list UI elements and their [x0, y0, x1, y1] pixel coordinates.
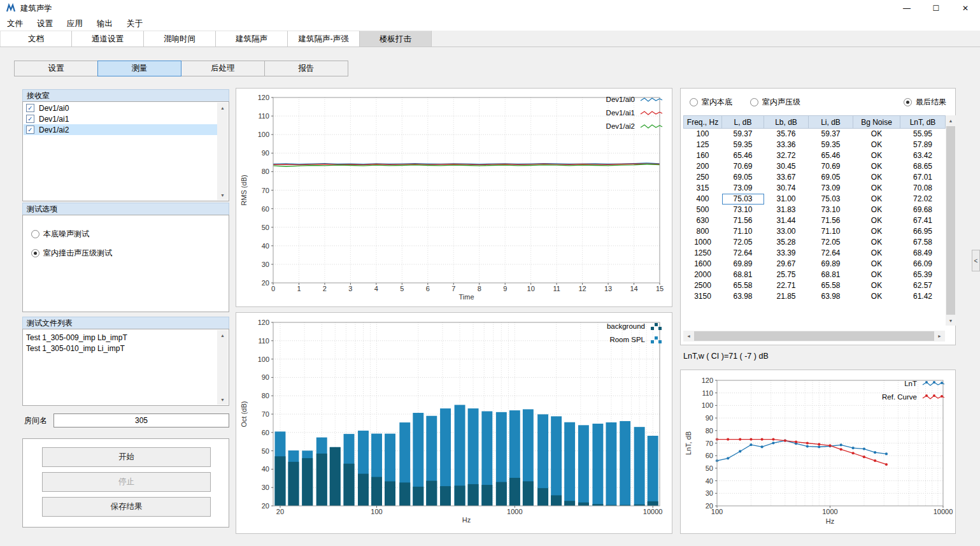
table-row[interactable]: 25069.0533.6769.05OK67.01: [684, 172, 946, 183]
table-cell[interactable]: 55.95: [900, 129, 946, 140]
radio-option[interactable]: 最后结果: [904, 97, 946, 108]
table-cell[interactable]: 57.89: [900, 140, 946, 150]
table-cell[interactable]: 2000: [684, 269, 722, 280]
table-cell[interactable]: 75.03: [809, 194, 853, 205]
column-header[interactable]: Lb, dB: [764, 116, 809, 129]
table-cell[interactable]: 35.28: [764, 237, 809, 248]
table-cell[interactable]: 72.05: [809, 237, 853, 248]
table-cell[interactable]: 500: [684, 205, 722, 215]
tab-3[interactable]: 建筑隔声: [216, 31, 288, 47]
table-cell[interactable]: 30.74: [764, 183, 809, 194]
table-cell[interactable]: 72.02: [900, 194, 946, 205]
scroll-down-icon[interactable]: ▼: [217, 190, 228, 200]
scroll-left-icon[interactable]: ◄: [683, 331, 694, 341]
table-row[interactable]: 12559.3533.3659.35OK57.89: [684, 140, 946, 150]
table-cell[interactable]: OK: [853, 237, 900, 248]
table-cell[interactable]: 630: [684, 215, 722, 226]
table-row[interactable]: 63071.5631.4471.56OK67.41: [684, 215, 946, 226]
table-cell[interactable]: 75.03: [722, 194, 764, 205]
table-cell[interactable]: 65.58: [809, 280, 853, 291]
table-cell[interactable]: 73.10: [809, 205, 853, 215]
radio-option[interactable]: 室内声压级: [750, 97, 800, 108]
receiver-room-scrollbar[interactable]: ▲ ▼: [217, 103, 228, 200]
table-row[interactable]: 20070.6930.4570.69OK68.65: [684, 161, 946, 172]
close-button[interactable]: ✕: [951, 0, 980, 17]
table-row[interactable]: 315063.9821.8563.98OK61.42: [684, 291, 946, 302]
table-cell[interactable]: 35.76: [764, 129, 809, 140]
scroll-down-icon[interactable]: ▼: [217, 394, 228, 405]
tab-2[interactable]: 混响时间: [144, 31, 216, 47]
scroll-up-icon[interactable]: ▲: [217, 330, 228, 340]
table-cell[interactable]: 3150: [684, 291, 722, 302]
table-cell[interactable]: 69.68: [900, 205, 946, 215]
table-cell[interactable]: 73.10: [722, 205, 764, 215]
column-header[interactable]: Freq., Hz: [684, 116, 722, 129]
menu-item-0[interactable]: 文件: [0, 17, 30, 31]
channel-item[interactable]: ✓Dev1/ai1: [24, 113, 217, 124]
table-hscrollbar[interactable]: ◄ ►: [683, 331, 945, 341]
table-cell[interactable]: OK: [853, 280, 900, 291]
table-cell[interactable]: OK: [853, 259, 900, 269]
table-row[interactable]: 50073.1031.8373.10OK69.68: [684, 205, 946, 215]
table-cell[interactable]: 100: [684, 129, 722, 140]
subtab-3[interactable]: 报告: [264, 61, 348, 76]
table-cell[interactable]: 71.10: [809, 226, 853, 237]
stop-button[interactable]: 停止: [42, 472, 211, 492]
table-row[interactable]: 10059.3735.7659.37OK55.95: [684, 129, 946, 140]
table-cell[interactable]: 69.05: [809, 172, 853, 183]
table-row[interactable]: 100072.0535.2872.05OK67.58: [684, 237, 946, 248]
scrollbar-thumb[interactable]: [694, 331, 934, 341]
table-cell[interactable]: 31.44: [764, 215, 809, 226]
table-cell[interactable]: 67.01: [900, 172, 946, 183]
table-cell[interactable]: 68.81: [809, 269, 853, 280]
table-cell[interactable]: 33.39: [764, 248, 809, 259]
scroll-down-icon[interactable]: ▼: [946, 315, 956, 326]
tab-5[interactable]: 楼板打击: [360, 31, 432, 47]
table-cell[interactable]: 72.05: [722, 237, 764, 248]
table-row[interactable]: 160069.8929.6769.89OK66.09: [684, 259, 946, 269]
column-header[interactable]: LnT, dB: [900, 116, 946, 129]
table-row[interactable]: 250065.5822.7165.58OK62.57: [684, 280, 946, 291]
radio-option[interactable]: 室内撞击声压级测试: [31, 248, 112, 259]
table-cell[interactable]: 29.67: [764, 259, 809, 269]
table-cell[interactable]: 59.37: [809, 129, 853, 140]
table-cell[interactable]: 250: [684, 172, 722, 183]
table-cell[interactable]: 69.05: [722, 172, 764, 183]
table-cell[interactable]: 33.36: [764, 140, 809, 150]
checkbox-icon[interactable]: ✓: [26, 104, 34, 112]
channel-item[interactable]: ✓Dev1/ai2: [24, 124, 217, 135]
table-cell[interactable]: 200: [684, 161, 722, 172]
table-cell[interactable]: 68.49: [900, 248, 946, 259]
table-cell[interactable]: 160: [684, 150, 722, 161]
table-cell[interactable]: 62.57: [900, 280, 946, 291]
table-cell[interactable]: 21.85: [764, 291, 809, 302]
table-cell[interactable]: 70.69: [722, 161, 764, 172]
subtab-1[interactable]: 测量: [97, 61, 181, 76]
table-cell[interactable]: OK: [853, 269, 900, 280]
table-cell[interactable]: 65.39: [900, 269, 946, 280]
radio-option[interactable]: 室内本底: [690, 97, 732, 108]
table-cell[interactable]: 65.58: [722, 280, 764, 291]
table-cell[interactable]: 71.56: [722, 215, 764, 226]
tab-0[interactable]: 文档: [0, 31, 72, 47]
table-vscrollbar[interactable]: ▲ ▼: [946, 115, 956, 326]
table-cell[interactable]: 66.09: [900, 259, 946, 269]
table-cell[interactable]: 400: [684, 194, 722, 205]
menu-item-1[interactable]: 设置: [30, 17, 60, 31]
menu-item-2[interactable]: 应用: [60, 17, 90, 31]
table-cell[interactable]: 68.81: [722, 269, 764, 280]
table-cell[interactable]: 63.98: [809, 291, 853, 302]
table-cell[interactable]: 31.83: [764, 205, 809, 215]
table-cell[interactable]: 63.42: [900, 150, 946, 161]
table-cell[interactable]: 67.41: [900, 215, 946, 226]
table-cell[interactable]: 68.65: [900, 161, 946, 172]
table-cell[interactable]: OK: [853, 205, 900, 215]
maximize-button[interactable]: ☐: [921, 0, 951, 17]
table-cell[interactable]: OK: [853, 129, 900, 140]
table-cell[interactable]: 1250: [684, 248, 722, 259]
scroll-up-icon[interactable]: ▲: [946, 115, 956, 126]
subtab-0[interactable]: 设置: [14, 61, 98, 76]
table-cell[interactable]: OK: [853, 291, 900, 302]
start-button[interactable]: 开始: [42, 447, 211, 467]
checkbox-icon[interactable]: ✓: [26, 115, 34, 123]
